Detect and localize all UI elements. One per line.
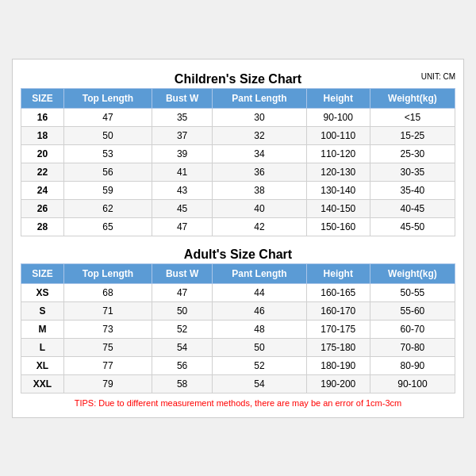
- data-cell: 46: [213, 301, 306, 320]
- table-row: S715046160-17055-60: [21, 301, 455, 320]
- data-cell: 34: [213, 144, 306, 163]
- data-cell: 47: [152, 283, 213, 301]
- size-cell: 18: [21, 126, 64, 144]
- data-cell: 130-140: [306, 181, 370, 199]
- table-row: XL775652180-19080-90: [21, 356, 455, 374]
- adult-header-row: SIZE Top Length Bust W Pant Length Heigh…: [21, 263, 455, 283]
- data-cell: 40: [213, 199, 306, 217]
- data-cell: 59: [63, 181, 152, 199]
- data-cell: 60-70: [370, 320, 455, 338]
- data-cell: 50: [152, 301, 213, 320]
- table-row: M735248170-17560-70: [21, 320, 455, 338]
- size-cell: 26: [21, 199, 64, 217]
- table-row: 26624540140-15040-45: [21, 199, 455, 217]
- children-size-table: SIZE Top Length Bust W Pant Length Heigh…: [21, 88, 455, 236]
- data-cell: 36: [213, 163, 306, 181]
- unit-label: UNIT: CM: [421, 72, 455, 81]
- data-cell: 140-150: [306, 199, 370, 217]
- data-cell: 30-35: [370, 163, 455, 181]
- data-cell: 56: [152, 356, 213, 374]
- col-header-top-length: Top Length: [63, 88, 152, 108]
- data-cell: 43: [152, 181, 213, 199]
- data-cell: 80-90: [370, 356, 455, 374]
- adult-col-header-bust-w: Bust W: [152, 263, 213, 283]
- chart-container: Children's Size Chart UNIT: CM SIZE Top …: [12, 59, 464, 418]
- data-cell: 55-60: [370, 301, 455, 320]
- data-cell: 45: [152, 199, 213, 217]
- data-cell: 50: [213, 338, 306, 356]
- data-cell: 65: [63, 217, 152, 236]
- data-cell: 39: [152, 144, 213, 163]
- data-cell: 90-100: [370, 374, 455, 393]
- children-header-row: SIZE Top Length Bust W Pant Length Heigh…: [21, 88, 455, 108]
- size-cell: 20: [21, 144, 64, 163]
- data-cell: 40-45: [370, 199, 455, 217]
- adult-col-header-height: Height: [306, 263, 370, 283]
- data-cell: 35: [152, 108, 213, 126]
- adult-title-text: Adult's Size Chart: [184, 248, 292, 261]
- data-cell: 79: [63, 374, 152, 393]
- data-cell: 58: [152, 374, 213, 393]
- data-cell: 52: [213, 356, 306, 374]
- data-cell: 170-175: [306, 320, 370, 338]
- table-row: 24594338130-14035-40: [21, 181, 455, 199]
- data-cell: 38: [213, 181, 306, 199]
- col-header-height: Height: [306, 88, 370, 108]
- data-cell: 42: [213, 217, 306, 236]
- adult-col-header-size: SIZE: [21, 263, 64, 283]
- size-cell: XS: [21, 283, 64, 301]
- data-cell: 175-180: [306, 338, 370, 356]
- data-cell: 68: [63, 283, 152, 301]
- data-cell: 15-25: [370, 126, 455, 144]
- size-cell: 28: [21, 217, 64, 236]
- data-cell: 47: [152, 217, 213, 236]
- table-row: 28654742150-16045-50: [21, 217, 455, 236]
- data-cell: 53: [63, 144, 152, 163]
- col-header-pant-length: Pant Length: [213, 88, 306, 108]
- adult-col-header-top-length: Top Length: [63, 263, 152, 283]
- data-cell: 160-165: [306, 283, 370, 301]
- col-header-bust-w: Bust W: [152, 88, 213, 108]
- data-cell: 180-190: [306, 356, 370, 374]
- adult-col-header-weight: Weight(kg): [370, 263, 455, 283]
- size-cell: 22: [21, 163, 64, 181]
- size-cell: XXL: [21, 374, 64, 393]
- data-cell: 47: [63, 108, 152, 126]
- table-row: XS684744160-16550-55: [21, 283, 455, 301]
- data-cell: 54: [213, 374, 306, 393]
- data-cell: 150-160: [306, 217, 370, 236]
- data-cell: 120-130: [306, 163, 370, 181]
- data-cell: 41: [152, 163, 213, 181]
- adult-col-header-pant-length: Pant Length: [213, 263, 306, 283]
- children-section-title: Children's Size Chart UNIT: CM: [21, 67, 455, 88]
- table-row: 22564136120-13030-35: [21, 163, 455, 181]
- table-row: L755450175-18070-80: [21, 338, 455, 356]
- data-cell: 160-170: [306, 301, 370, 320]
- size-cell: M: [21, 320, 64, 338]
- data-cell: 54: [152, 338, 213, 356]
- data-cell: 70-80: [370, 338, 455, 356]
- data-cell: 62: [63, 199, 152, 217]
- col-header-weight: Weight(kg): [370, 88, 455, 108]
- tips-text: TIPS: Due to different measurement metho…: [21, 393, 455, 409]
- data-cell: 30: [213, 108, 306, 126]
- adult-size-table: SIZE Top Length Bust W Pant Length Heigh…: [21, 263, 455, 393]
- size-cell: XL: [21, 356, 64, 374]
- data-cell: 77: [63, 356, 152, 374]
- data-cell: 52: [152, 320, 213, 338]
- size-cell: L: [21, 338, 64, 356]
- size-cell: S: [21, 301, 64, 320]
- data-cell: 110-120: [306, 144, 370, 163]
- size-cell: 24: [21, 181, 64, 199]
- data-cell: 73: [63, 320, 152, 338]
- data-cell: 190-200: [306, 374, 370, 393]
- data-cell: 32: [213, 126, 306, 144]
- data-cell: 56: [63, 163, 152, 181]
- data-cell: <15: [370, 108, 455, 126]
- col-header-size: SIZE: [21, 88, 64, 108]
- adult-section-title: Adult's Size Chart: [21, 243, 455, 263]
- data-cell: 75: [63, 338, 152, 356]
- data-cell: 50: [63, 126, 152, 144]
- data-cell: 100-110: [306, 126, 370, 144]
- table-row: 1647353090-100<15: [21, 108, 455, 126]
